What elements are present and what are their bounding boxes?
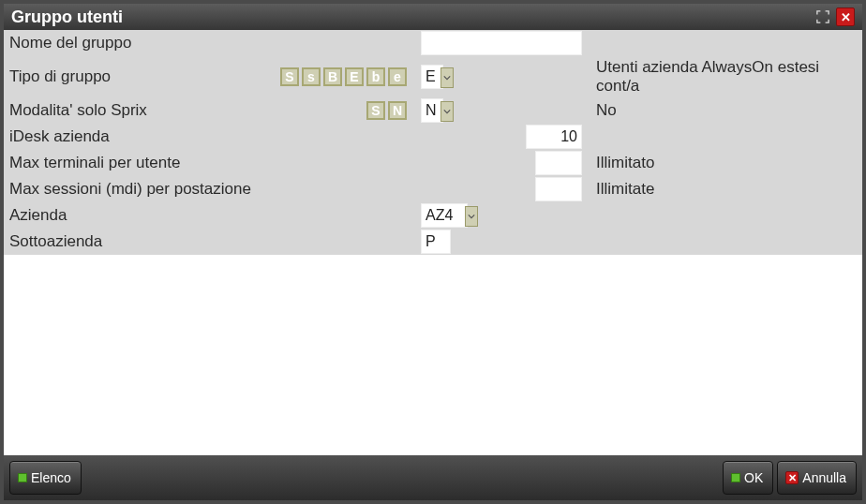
chip-S-upper[interactable]: S [280,67,299,86]
label-modalita-sprix: Modalita' solo Sprix [9,101,147,119]
max-term-desc: Illimitato [587,150,862,176]
close-icon[interactable]: ✕ [836,7,855,26]
chip-e-lower[interactable]: e [388,67,407,86]
content-area: Nome del gruppo Tipo di gruppo S s B E b… [4,30,862,455]
sprix-input[interactable] [422,99,442,122]
ok-label: OK [744,470,763,485]
row-max-term: Max terminali per utente Illimitato [4,150,862,176]
row-tipo-gruppo: Tipo di gruppo S s B E b e Utenti aziend… [4,56,862,97]
chip-E-upper[interactable]: E [345,67,364,86]
close-red-icon: ✕ [785,471,799,484]
chip-sprix-S[interactable]: S [366,101,385,120]
tipo-gruppo-dropdown[interactable] [440,67,454,88]
row-modalita-sprix: Modalita' solo Sprix S N No [4,97,862,124]
label-max-sess: Max sessioni (mdi) per postazione [4,176,416,202]
chip-sprix-N[interactable]: N [388,101,407,120]
label-azienda: Azienda [4,202,416,229]
label-sottoazienda: Sottoazienda [4,229,416,255]
annulla-label: Annulla [802,470,846,485]
max-sess-desc: Illimitate [587,176,862,202]
max-sess-input[interactable] [536,178,581,200]
sprix-chips: S N [366,101,407,120]
row-idesk: iDesk azienda [4,124,862,150]
label-max-term: Max terminali per utente [4,150,416,176]
elenco-label: Elenco [31,470,71,485]
annulla-button[interactable]: ✕ Annulla [777,461,857,495]
label-idesk: iDesk azienda [4,124,416,150]
square-green-icon [731,473,740,482]
footer: Elenco OK ✕ Annulla [4,455,862,500]
sprix-dropdown[interactable] [440,101,454,122]
row-azienda: Azienda [4,202,862,229]
form-table: Nome del gruppo Tipo di gruppo S s B E b… [4,30,862,255]
square-green-icon [18,473,27,482]
tipo-gruppo-chips: S s B E b e [280,67,407,86]
titlebar: Gruppo utenti ✕ [4,4,862,30]
window-title: Gruppo utenti [11,7,123,27]
label-nome-gruppo: Nome del gruppo [4,30,416,56]
row-nome-gruppo: Nome del gruppo [4,30,862,56]
nome-gruppo-input[interactable] [422,32,581,54]
azienda-dropdown[interactable] [465,206,478,227]
max-term-input[interactable] [536,152,581,174]
row-sottoazienda: Sottoazienda [4,229,862,255]
chip-s-lower[interactable]: s [302,67,321,86]
azienda-input[interactable] [422,204,467,227]
ok-button[interactable]: OK [723,461,773,495]
sottoazienda-input[interactable] [422,230,450,253]
row-max-sess: Max sessioni (mdi) per postazione Illimi… [4,176,862,202]
elenco-button[interactable]: Elenco [9,461,82,495]
window: Gruppo utenti ✕ Nome del gruppo Tipo di … [0,0,866,504]
chip-b-lower[interactable]: b [366,67,385,86]
sprix-desc: No [587,97,862,124]
tipo-gruppo-input[interactable] [422,66,442,88]
chip-B-upper[interactable]: B [323,67,342,86]
titlebar-buttons: ✕ [814,7,855,26]
label-tipo-gruppo: Tipo di gruppo [9,67,111,85]
idesk-input[interactable] [527,126,581,148]
tipo-gruppo-desc: Utenti azienda AlwaysOn estesi cont/a [587,56,862,97]
expand-icon[interactable] [814,7,832,26]
